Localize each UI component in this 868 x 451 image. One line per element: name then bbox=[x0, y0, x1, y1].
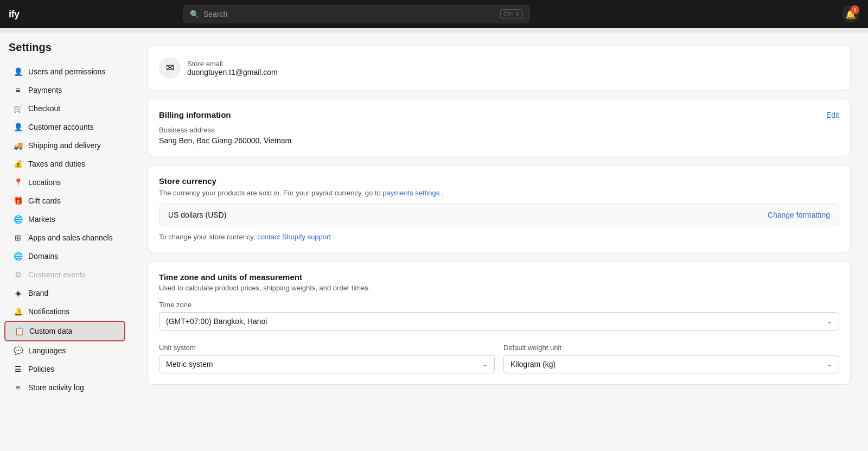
search-placeholder: Search bbox=[203, 10, 496, 18]
checkout-icon: 🛒 bbox=[13, 104, 23, 113]
notifications-icon: 🔔 bbox=[13, 307, 23, 316]
sidebar-item-languages[interactable]: 💬 Languages bbox=[4, 341, 125, 360]
business-address-value: Sang Ben, Bac Giang 260000, Vietnam bbox=[159, 136, 839, 145]
sidebar-item-customer-events[interactable]: ⚙ Customer events bbox=[4, 265, 125, 284]
sidebar-item-shipping-delivery[interactable]: 🚚 Shipping and delivery bbox=[4, 136, 125, 155]
store-email-value: duongtuyen.t1@gmail.com bbox=[187, 68, 278, 77]
weight-unit-chevron: ⌄ bbox=[827, 360, 832, 368]
brand-icon: ◈ bbox=[13, 288, 23, 298]
currency-change-suffix: . bbox=[333, 233, 335, 241]
sidebar-label-custom-data: Custom data bbox=[29, 327, 72, 335]
customer-events-icon: ⚙ bbox=[13, 270, 23, 280]
unit-system-label: Unit system bbox=[159, 344, 495, 352]
users-icon: 👤 bbox=[13, 67, 23, 77]
sidebar-item-brand[interactable]: ◈ Brand bbox=[4, 284, 125, 302]
shipping-icon: 🚚 bbox=[13, 141, 23, 150]
page-layout: Settings 👤 Users and permissions ≡ Payme… bbox=[0, 33, 868, 451]
billing-edit-link[interactable]: Edit bbox=[826, 111, 839, 119]
store-email-row: ✉ Store email duongtuyen.t1@gmail.com bbox=[159, 57, 839, 79]
currency-value: US dollars (USD) bbox=[168, 211, 226, 219]
payments-settings-link[interactable]: payments settings bbox=[382, 189, 439, 197]
topnav: ify 🔍 Search Ctrl K 🔔 1 bbox=[0, 0, 868, 28]
search-icon: 🔍 bbox=[190, 10, 199, 18]
payments-icon: ≡ bbox=[13, 85, 23, 95]
sidebar-item-domains[interactable]: 🌐 Domains bbox=[4, 247, 125, 265]
apps-icon: ⊞ bbox=[13, 233, 23, 243]
sidebar-item-store-activity-log[interactable]: ≡ Store activity log bbox=[4, 378, 125, 397]
taxes-icon: 💰 bbox=[13, 159, 23, 169]
sidebar-label-taxes-duties: Taxes and duties bbox=[28, 160, 85, 168]
currency-row: US dollars (USD) Change formatting bbox=[159, 204, 839, 226]
sidebar-item-locations[interactable]: 📍 Locations bbox=[4, 173, 125, 192]
timezone-card: Time zone and units of measurement Used … bbox=[148, 261, 851, 385]
page-title: Settings bbox=[0, 41, 130, 62]
email-icon: ✉ bbox=[159, 57, 181, 79]
sidebar-item-checkout[interactable]: 🛒 Checkout bbox=[4, 99, 125, 118]
sidebar-item-apps-sales-channels[interactable]: ⊞ Apps and sales channels bbox=[4, 228, 125, 247]
store-email-card: ✉ Store email duongtuyen.t1@gmail.com bbox=[148, 46, 851, 90]
billing-info-title: Billing information bbox=[159, 110, 231, 119]
sidebar-item-markets[interactable]: 🌐 Markets bbox=[4, 210, 125, 228]
units-row: Unit system Metric system ⌄ Default weig… bbox=[159, 337, 839, 373]
locations-icon: 📍 bbox=[13, 177, 23, 187]
sidebar-item-custom-data[interactable]: 📋 Custom data bbox=[4, 321, 125, 341]
sidebar-item-customer-accounts[interactable]: 👤 Customer accounts bbox=[4, 118, 125, 136]
sidebar-label-locations: Locations bbox=[28, 178, 61, 187]
change-formatting-link[interactable]: Change formatting bbox=[768, 211, 830, 219]
unit-system-value: Metric system bbox=[166, 360, 213, 369]
search-bar[interactable]: 🔍 Search Ctrl K bbox=[183, 5, 530, 23]
sidebar-label-shipping-delivery: Shipping and delivery bbox=[28, 141, 101, 150]
search-shortcut: Ctrl K bbox=[500, 9, 523, 19]
sidebar-label-customer-events: Customer events bbox=[28, 270, 86, 279]
timezone-label: Time zone bbox=[159, 301, 839, 309]
sidebar-item-payments[interactable]: ≡ Payments bbox=[4, 81, 125, 99]
policies-icon: ☰ bbox=[13, 364, 23, 374]
store-currency-card: Store currency The currency your product… bbox=[148, 165, 851, 252]
sidebar-label-languages: Languages bbox=[28, 346, 66, 355]
timezone-section-desc: Used to calculate product prices, shippi… bbox=[159, 284, 839, 292]
markets-icon: 🌐 bbox=[13, 214, 23, 224]
sidebar-label-brand: Brand bbox=[28, 289, 48, 297]
sidebar-label-store-activity-log: Store activity log bbox=[28, 383, 84, 392]
gift-cards-icon: 🎁 bbox=[13, 196, 23, 206]
store-currency-desc-text: The currency your products are sold in. … bbox=[159, 189, 381, 197]
subnav-bar bbox=[0, 28, 868, 33]
unit-system-chevron: ⌄ bbox=[482, 360, 488, 368]
customer-accounts-icon: 👤 bbox=[13, 122, 23, 132]
main-content: ✉ Store email duongtuyen.t1@gmail.com Bi… bbox=[130, 33, 868, 451]
store-currency-title: Store currency bbox=[159, 176, 839, 186]
sidebar-label-markets: Markets bbox=[28, 215, 55, 224]
weight-unit-select[interactable]: Kilogram (kg) ⌄ bbox=[503, 355, 839, 373]
sidebar-label-customer-accounts: Customer accounts bbox=[28, 123, 94, 131]
sidebar-item-users-permissions[interactable]: 👤 Users and permissions bbox=[4, 62, 125, 81]
activity-log-icon: ≡ bbox=[13, 383, 23, 392]
store-currency-desc: The currency your products are sold in. … bbox=[159, 189, 839, 197]
sidebar-item-policies[interactable]: ☰ Policies bbox=[4, 360, 125, 378]
sidebar-label-domains: Domains bbox=[28, 252, 58, 261]
sidebar-item-taxes-duties[interactable]: 💰 Taxes and duties bbox=[4, 155, 125, 173]
store-email-label: Store email bbox=[187, 60, 278, 68]
sidebar-label-gift-cards: Gift cards bbox=[28, 196, 61, 205]
sidebar-label-policies: Policies bbox=[28, 365, 54, 373]
sidebar: Settings 👤 Users and permissions ≡ Payme… bbox=[0, 33, 130, 451]
unit-system-field: Unit system Metric system ⌄ bbox=[159, 337, 495, 373]
sidebar-label-notifications: Notifications bbox=[28, 307, 69, 316]
sidebar-item-gift-cards[interactable]: 🎁 Gift cards bbox=[4, 192, 125, 210]
billing-info-header: Billing information Edit bbox=[159, 110, 839, 119]
weight-unit-value: Kilogram (kg) bbox=[510, 360, 556, 369]
timezone-chevron: ⌄ bbox=[827, 317, 832, 325]
timezone-section-title: Time zone and units of measurement bbox=[159, 272, 839, 282]
sidebar-label-apps-sales-channels: Apps and sales channels bbox=[28, 233, 113, 242]
weight-unit-label: Default weight unit bbox=[503, 344, 839, 352]
logo: ify bbox=[9, 9, 20, 20]
unit-system-select[interactable]: Metric system ⌄ bbox=[159, 355, 495, 373]
business-address-label: Business address bbox=[159, 126, 839, 134]
billing-info-card: Billing information Edit Business addres… bbox=[148, 99, 851, 156]
notification-badge: 1 bbox=[851, 5, 859, 14]
topnav-right: 🔔 1 bbox=[842, 5, 859, 23]
custom-data-icon: 📋 bbox=[14, 326, 24, 336]
shopify-support-link[interactable]: contact Shopify support bbox=[257, 233, 331, 241]
notification-bell[interactable]: 🔔 1 bbox=[842, 5, 859, 23]
sidebar-item-notifications[interactable]: 🔔 Notifications bbox=[4, 302, 125, 321]
timezone-select[interactable]: (GMT+07:00) Bangkok, Hanoi ⌄ bbox=[159, 312, 839, 331]
